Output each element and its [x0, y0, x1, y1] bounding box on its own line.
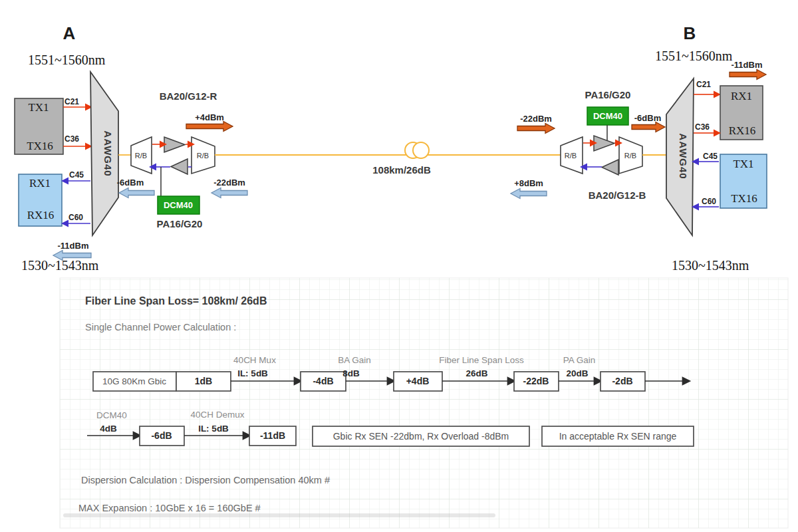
site-b-mux-in-power: -6dBm	[634, 113, 661, 123]
fiber-span: 108km/26dB	[215, 142, 561, 176]
calc-step-value: 4dB	[100, 424, 117, 434]
site-a-c45-label: C45	[69, 170, 84, 180]
site-a-tx16-label: TX16	[27, 140, 53, 152]
site-b-preamp-label: PA16/G20	[585, 89, 631, 100]
site-b-tx16-label: TX16	[731, 192, 757, 205]
site-b-c21-label: C21	[696, 80, 711, 89]
site-b-mux-in-arrow	[632, 122, 665, 132]
site-b-fiber-out-arrow	[511, 189, 547, 199]
dwdm-link-diagram: A 1551~1560nm TX1 TX16 C21 C36 AAWG40 RX…	[0, 0, 798, 532]
site-b-rx-out-arrow	[730, 70, 766, 80]
calc-step-result: -6dB	[151, 430, 172, 441]
site-b-booster-amp-icon	[602, 160, 618, 175]
site-a-booster-label: BA20/G12-R	[160, 90, 217, 102]
site-b-rb-left-label: R/B	[565, 152, 577, 160]
site-a-preamp-label: PA16/G20	[157, 218, 203, 229]
site-b-c36-label: C36	[695, 122, 710, 132]
calc-step-result: -11dB	[260, 430, 285, 441]
site-a-rx-band-label: 1530~1543nm	[21, 258, 99, 273]
site-b-rx16-label: RX16	[729, 124, 756, 137]
calc-step-name: DCM40	[96, 410, 127, 420]
site-b-booster-label: BA20/G12-B	[589, 190, 646, 201]
site-b: -22dBm +8dBm PA16/G20 DCM40 R/B R/B BA20…	[511, 23, 767, 273]
site-a-preamp-amp-icon	[171, 159, 188, 174]
site-b-rx-band-label: 1530~1543nm	[672, 258, 749, 273]
site-a-rx-out-power: -11dBm	[58, 241, 89, 251]
panel-bottom-artifact	[63, 513, 495, 517]
site-a-rb-left-label: R/B	[135, 152, 147, 160]
site-a-booster-amp-icon	[164, 137, 185, 152]
site-a-tx-out-power: +4dBm	[195, 112, 224, 122]
site-a-c60-label: C60	[68, 213, 83, 222]
site-b-dcm-label: DCM40	[593, 111, 622, 121]
calc-step-value: 20dB	[566, 368, 588, 378]
site-b-tx1-label: TX1	[733, 158, 753, 170]
site-a-rx-in-power: -22dBm	[213, 178, 245, 188]
calc-step-name: BA Gain	[338, 355, 371, 365]
calc-step-result: -2dB	[612, 376, 632, 386]
site-b-c60-label: C60	[702, 197, 716, 206]
site-b-rx-out-power: -11dBm	[732, 60, 763, 70]
site-a-dcm-label: DCM40	[164, 200, 193, 210]
calc-step-value: IL: 5dB	[237, 368, 268, 378]
site-a-aawg-label: AAWG40	[102, 130, 114, 176]
site-a-title: A	[63, 23, 76, 43]
calc-step-result: +4dB	[406, 376, 430, 386]
calc-step-value: 8dB	[342, 368, 360, 378]
site-a: A 1551~1560nm TX1 TX16 C21 C36 AAWG40 RX…	[15, 23, 247, 273]
site-b-aawg-label: AAWG40	[678, 133, 689, 179]
calc-step-name: Fiber Line Span Loss	[439, 355, 524, 365]
site-a-tx1-label: TX1	[28, 101, 49, 114]
calc-source-value: 1dB	[195, 376, 212, 386]
calc-step-name: PA Gain	[563, 355, 596, 365]
site-b-fiber-out-power: +8dBm	[514, 178, 543, 188]
calc-expansion-line: MAX Expansion : 10GbE x 16 = 160GbE #	[78, 503, 261, 513]
site-a-demux-in-arrow	[119, 188, 154, 198]
site-a-rx-in-arrow	[211, 188, 247, 198]
fiber-coil-icon	[413, 142, 429, 158]
site-b-tx-band-label: 1551~1560nm	[655, 49, 733, 63]
calc-source-label: 10G 80Km Gbic	[102, 376, 166, 386]
calc-step-value: IL: 5dB	[198, 424, 229, 434]
site-a-rx1-label: RX1	[29, 177, 51, 190]
calc-step-result: -22dB	[523, 376, 549, 386]
site-b-c45-label: C45	[703, 152, 718, 161]
calc-title: Fiber Line Span Loss= 108km/ 26dB	[85, 295, 267, 307]
calc-step-value: 26dB	[466, 368, 487, 378]
calc-subtitle: Single Channel Power Calculation :	[85, 322, 236, 332]
site-b-fiber-in-arrow	[517, 124, 555, 134]
site-b-fiber-in-power: -22dBm	[520, 114, 552, 124]
site-a-tx-out-arrow	[186, 122, 233, 132]
calc-note2: In acceptable Rx SEN range	[559, 431, 677, 442]
calc-note1: Gbic Rx SEN -22dbm, Rx Overload -8dBm	[333, 431, 509, 442]
calc-dispersion-line: Dispersion Calculation : Dispersion Comp…	[81, 475, 330, 485]
site-a-c21-label: C21	[65, 97, 79, 106]
site-a-rb-right-label: R/B	[197, 152, 209, 160]
site-a-demux-in-power: -6dBm	[117, 178, 144, 188]
calc-step-result: -4dB	[313, 376, 333, 386]
calc-step-name: 40CH Demux	[190, 410, 244, 420]
site-b-rx1-label: RX1	[731, 90, 752, 102]
site-b-rb-right-label: R/B	[624, 152, 636, 160]
calculation-panel: Fiber Line Span Loss= 108km/ 26dB Single…	[60, 278, 788, 528]
site-a-tx-band-label: 1551~1560nm	[28, 53, 106, 67]
fiber-span-label: 108km/26dB	[372, 164, 431, 176]
site-b-preamp-amp-icon	[594, 136, 614, 151]
site-b-title: B	[684, 23, 696, 43]
panel-grid-large	[60, 278, 788, 528]
site-a-c36-label: C36	[65, 134, 79, 144]
site-a-rx16-label: RX16	[27, 209, 55, 221]
calc-step-name: 40CH Mux	[233, 355, 276, 365]
